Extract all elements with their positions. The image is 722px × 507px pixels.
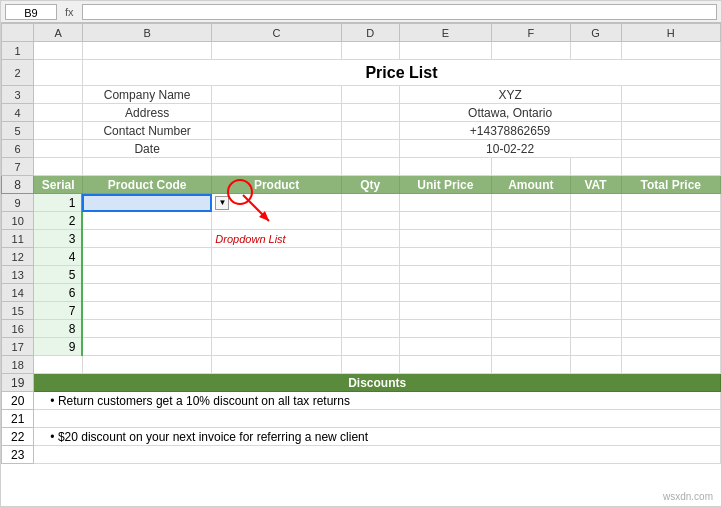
amount-cell-5[interactable] — [492, 266, 571, 284]
dropdown-button[interactable]: ▼ — [215, 196, 229, 210]
product-code-cell-9[interactable] — [82, 338, 211, 356]
cell-h1[interactable] — [621, 42, 720, 60]
col-header-g[interactable]: G — [570, 24, 621, 42]
total-price-cell-9[interactable] — [621, 338, 720, 356]
qty-cell-6[interactable] — [341, 284, 399, 302]
total-price-cell-1[interactable] — [621, 194, 720, 212]
qty-cell-7[interactable] — [341, 302, 399, 320]
cell-a2[interactable] — [34, 60, 83, 86]
vat-cell-3[interactable] — [570, 230, 621, 248]
cell-g1[interactable] — [570, 42, 621, 60]
cell-f18[interactable] — [492, 356, 571, 374]
vat-cell-5[interactable] — [570, 266, 621, 284]
total-price-cell-7[interactable] — [621, 302, 720, 320]
cell-c3[interactable] — [212, 86, 341, 104]
product-cell-7[interactable] — [212, 302, 341, 320]
unit-price-cell-9[interactable] — [399, 338, 491, 356]
cell-f7[interactable] — [492, 158, 571, 176]
cell-a1[interactable] — [34, 42, 83, 60]
total-price-cell-5[interactable] — [621, 266, 720, 284]
cell-h18[interactable] — [621, 356, 720, 374]
cell-a18[interactable] — [34, 356, 83, 374]
cell-h3[interactable] — [621, 86, 720, 104]
qty-cell-8[interactable] — [341, 320, 399, 338]
cell-e1[interactable] — [399, 42, 491, 60]
vat-cell-1[interactable] — [570, 194, 621, 212]
amount-cell-8[interactable] — [492, 320, 571, 338]
cell-b18[interactable] — [82, 356, 211, 374]
serial-cell-8[interactable]: 8 — [34, 320, 83, 338]
cell-e18[interactable] — [399, 356, 491, 374]
cell-d4[interactable] — [341, 104, 399, 122]
col-header-d[interactable]: D — [341, 24, 399, 42]
col-header-c[interactable]: C — [212, 24, 341, 42]
cell-a3[interactable] — [34, 86, 83, 104]
product-code-cell-6[interactable] — [82, 284, 211, 302]
vat-cell-8[interactable] — [570, 320, 621, 338]
serial-cell-5[interactable]: 5 — [34, 266, 83, 284]
cell-d18[interactable] — [341, 356, 399, 374]
cell-d1[interactable] — [341, 42, 399, 60]
cell-h5[interactable] — [621, 122, 720, 140]
cell-h7[interactable] — [621, 158, 720, 176]
cell-c4[interactable] — [212, 104, 341, 122]
cell-c5[interactable] — [212, 122, 341, 140]
product-code-cell-3[interactable] — [82, 230, 211, 248]
cell-c6[interactable] — [212, 140, 341, 158]
unit-price-cell-6[interactable] — [399, 284, 491, 302]
unit-price-cell-2[interactable] — [399, 212, 491, 230]
total-price-cell-3[interactable] — [621, 230, 720, 248]
vat-cell-2[interactable] — [570, 212, 621, 230]
qty-cell-9[interactable] — [341, 338, 399, 356]
cell-e7[interactable] — [399, 158, 491, 176]
col-header-e[interactable]: E — [399, 24, 491, 42]
product-cell-4[interactable] — [212, 248, 341, 266]
cell-d6[interactable] — [341, 140, 399, 158]
amount-cell-7[interactable] — [492, 302, 571, 320]
cell-d7[interactable] — [341, 158, 399, 176]
total-price-cell-6[interactable] — [621, 284, 720, 302]
amount-cell-1[interactable] — [492, 194, 571, 212]
amount-cell-9[interactable] — [492, 338, 571, 356]
formula-input[interactable] — [82, 4, 717, 20]
product-cell-8[interactable] — [212, 320, 341, 338]
cell-g18[interactable] — [570, 356, 621, 374]
product-code-cell-2[interactable] — [82, 212, 211, 230]
cell-d5[interactable] — [341, 122, 399, 140]
col-header-a[interactable]: A — [34, 24, 83, 42]
serial-cell-2[interactable]: 2 — [34, 212, 83, 230]
cell-a5[interactable] — [34, 122, 83, 140]
product-code-cell-4[interactable] — [82, 248, 211, 266]
col-header-f[interactable]: F — [492, 24, 571, 42]
product-cell-9[interactable] — [212, 338, 341, 356]
qty-cell-3[interactable] — [341, 230, 399, 248]
cell-c1[interactable] — [212, 42, 341, 60]
cell-b7[interactable] — [82, 158, 211, 176]
product-cell-1[interactable]: ▼ — [212, 194, 341, 212]
product-code-cell-1[interactable] — [82, 194, 211, 212]
col-header-b[interactable]: B — [82, 24, 211, 42]
total-price-cell-8[interactable] — [621, 320, 720, 338]
product-cell-5[interactable] — [212, 266, 341, 284]
qty-cell-5[interactable] — [341, 266, 399, 284]
cell-c7[interactable] — [212, 158, 341, 176]
cell-f1[interactable] — [492, 42, 571, 60]
serial-cell-1[interactable]: 1 — [34, 194, 83, 212]
unit-price-cell-1[interactable] — [399, 194, 491, 212]
total-price-cell-2[interactable] — [621, 212, 720, 230]
serial-cell-6[interactable]: 6 — [34, 284, 83, 302]
serial-cell-7[interactable]: 7 — [34, 302, 83, 320]
product-cell-2[interactable] — [212, 212, 341, 230]
product-code-cell-7[interactable] — [82, 302, 211, 320]
cell-g7[interactable] — [570, 158, 621, 176]
vat-cell-6[interactable] — [570, 284, 621, 302]
total-price-cell-4[interactable] — [621, 248, 720, 266]
serial-cell-3[interactable]: 3 — [34, 230, 83, 248]
cell-a6[interactable] — [34, 140, 83, 158]
serial-cell-9[interactable]: 9 — [34, 338, 83, 356]
unit-price-cell-8[interactable] — [399, 320, 491, 338]
product-code-cell-8[interactable] — [82, 320, 211, 338]
col-header-h[interactable]: H — [621, 24, 720, 42]
cell-c18[interactable] — [212, 356, 341, 374]
product-cell-6[interactable] — [212, 284, 341, 302]
